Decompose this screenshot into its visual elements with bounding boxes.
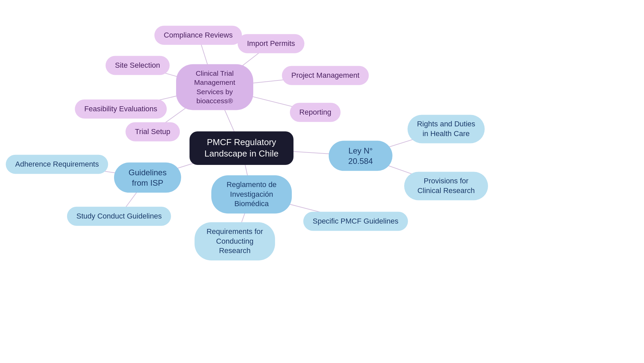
project-management-node: Project Management bbox=[282, 66, 369, 85]
rights-duties-node: Rights and Duties in Health Care bbox=[408, 115, 485, 143]
connections-svg bbox=[0, 0, 644, 363]
study-conduct-node: Study Conduct Guidelines bbox=[67, 207, 171, 226]
requirements-research-node: Requirements for Conducting Research bbox=[195, 222, 275, 260]
specific-pmcf-node: Specific PMCF Guidelines bbox=[303, 212, 408, 231]
provisions-clinical-node: Provisions for Clinical Research bbox=[404, 172, 488, 200]
ley-20584-node: Ley N° 20.584 bbox=[329, 141, 392, 171]
trial-setup-node: Trial Setup bbox=[125, 122, 180, 141]
import-permits-node: Import Permits bbox=[237, 34, 304, 53]
center-node: PMCF Regulatory Landscape in Chile bbox=[190, 131, 293, 165]
compliance-reviews-node: Compliance Reviews bbox=[154, 26, 242, 45]
guidelines-isp-node: Guidelines from ISP bbox=[114, 163, 181, 193]
reporting-node: Reporting bbox=[290, 103, 340, 122]
feasibility-evaluations-node: Feasibility Evaluations bbox=[75, 100, 167, 119]
mind-map: PMCF Regulatory Landscape in ChileCompli… bbox=[0, 0, 644, 363]
site-selection-node: Site Selection bbox=[106, 56, 170, 75]
adherence-requirements-node: Adherence Requirements bbox=[6, 155, 108, 174]
reglamento-node: Reglamento de Investigación Biomédica bbox=[211, 175, 292, 214]
clinical-trial-mgmt-node: Clinical Trial Management Services by bi… bbox=[176, 64, 253, 110]
